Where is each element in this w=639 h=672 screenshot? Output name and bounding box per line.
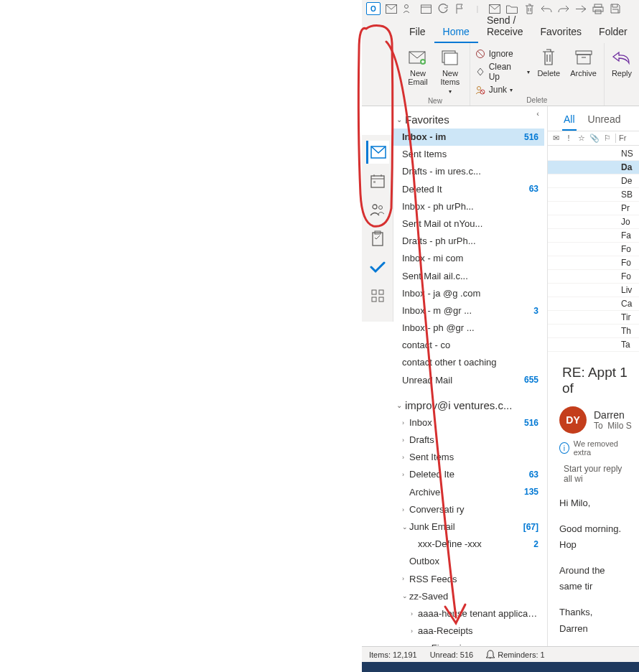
msg-tab-all[interactable]: All	[562, 111, 577, 131]
account-header[interactable]: ⌄improv@i ventures.c...	[393, 395, 544, 414]
mail-icon[interactable]	[385, 2, 398, 15]
group-label-new: New	[428, 97, 442, 105]
folder-item[interactable]: ›RSS Feeds	[393, 571, 544, 588]
folder-item[interactable]: Archive135	[393, 484, 544, 501]
folder-item[interactable]: Inbox - m @gr ...3	[393, 302, 544, 319]
svg-rect-32	[372, 297, 376, 302]
col-flag-icon[interactable]: ⚐	[602, 134, 612, 143]
cleanup-button[interactable]: Clean Up ▾	[475, 61, 531, 83]
taskbar	[362, 662, 639, 672]
tab-send-receive[interactable]: Send / Receive	[478, 9, 532, 43]
msg-tab-unread[interactable]: Unread	[587, 111, 622, 131]
folder-item[interactable]: Sent Mail ot nYou...	[393, 215, 544, 233]
message-row[interactable]: Fo	[548, 256, 639, 270]
archive-button[interactable]: Archive	[567, 46, 600, 79]
flag-icon[interactable]	[454, 2, 467, 15]
new-items-button[interactable]: New Items ▾	[435, 46, 465, 97]
folder-item[interactable]: ›Inbox516	[393, 414, 544, 431]
folder-item[interactable]: ›Sent Items	[393, 449, 544, 466]
refresh-icon[interactable]	[437, 2, 449, 15]
folder-item[interactable]: Inbox - im516	[393, 129, 544, 146]
message-row[interactable]: Fa	[548, 229, 639, 243]
col-attachment-icon[interactable]: 📎	[589, 134, 600, 143]
delete-big-icon	[538, 47, 559, 67]
message-row[interactable]: Pr	[548, 202, 639, 215]
nav-mail[interactable]	[366, 141, 389, 164]
folder-item[interactable]: Inbox - ph @gr ...	[393, 319, 544, 337]
redo-icon[interactable]	[557, 2, 570, 15]
folder-item[interactable]: ⌄Junk Email[67]	[393, 518, 544, 536]
person-reply-icon[interactable]	[402, 2, 415, 15]
folder-item[interactable]: ⌄zz-Saved	[393, 588, 544, 605]
message-row[interactable]: Fo	[548, 243, 639, 256]
junk-button[interactable]: Junk ▾	[475, 83, 531, 96]
message-row[interactable]: NS	[548, 147, 639, 161]
folder-item[interactable]: ›Drafts	[393, 431, 544, 449]
tab-home[interactable]: Home	[434, 20, 478, 43]
undo-icon[interactable]	[540, 2, 553, 15]
nav-people[interactable]	[366, 198, 389, 221]
collapse-folder-pane[interactable]: ‹	[533, 109, 543, 119]
nav-calendar[interactable]	[366, 169, 389, 192]
save-icon[interactable]	[609, 2, 622, 15]
reply-hint[interactable]: Start your reply all wi	[554, 459, 633, 493]
new-email-button[interactable]: New Email	[405, 46, 431, 88]
message-row[interactable]: Da	[548, 161, 639, 174]
message-row[interactable]: SB	[548, 188, 639, 202]
folder-item[interactable]: ›aaa-Receipts	[393, 622, 544, 640]
folder-item[interactable]: Drafts - ph urPh...	[393, 233, 544, 250]
archive-icon	[574, 47, 594, 67]
new-items-icon	[440, 47, 460, 67]
folder-item[interactable]: Inbox - ja @g .com	[393, 285, 544, 302]
tab-folder[interactable]: Folder	[590, 20, 636, 43]
folder-item[interactable]: Sent Mail ail.c...	[393, 268, 544, 285]
folder-item[interactable]: Inbox - ph urPh...	[393, 198, 544, 215]
nav-todo[interactable]	[366, 256, 389, 279]
message-row[interactable]: Liv	[548, 284, 639, 297]
folder-item[interactable]: Inbox - mi com	[393, 250, 544, 267]
svg-line-13	[477, 51, 483, 57]
folder-item[interactable]: ›Conversati ry	[393, 501, 544, 518]
folder-item[interactable]: Unread Mail655	[393, 372, 544, 389]
col-reminder-icon[interactable]: ☆	[577, 134, 587, 143]
outlook-logo: O	[366, 2, 381, 15]
folder-item[interactable]: contact other t oaching	[393, 354, 544, 371]
folder-item[interactable]: contact - co	[393, 337, 544, 354]
ribbon: New Email New Items ▾ New Ignore Clean U…	[362, 43, 639, 106]
delete-button[interactable]: Delete	[534, 46, 563, 79]
message-row[interactable]: Ta	[548, 338, 639, 352]
calendar-icon[interactable]	[419, 2, 432, 15]
junk-icon	[475, 84, 486, 95]
message-row[interactable]: De	[548, 174, 639, 188]
reply-icon	[612, 47, 632, 67]
ignore-button[interactable]: Ignore	[475, 47, 531, 60]
reply-button[interactable]: Reply	[609, 46, 635, 79]
message-row[interactable]: Fo	[548, 270, 639, 284]
tab-file[interactable]: File	[401, 20, 434, 43]
print-icon[interactable]	[592, 2, 605, 15]
status-unread: Unread: 516	[430, 650, 474, 659]
folder-item[interactable]: ›aaaa-house tenant application...	[393, 605, 544, 622]
folder-item[interactable]: Deleted It63	[393, 181, 544, 198]
folder-item[interactable]: Drafts - im ures.c...	[393, 163, 544, 180]
svg-rect-28	[373, 233, 383, 246]
message-row[interactable]: Tir	[548, 311, 639, 325]
tab-favorites[interactable]: Favorites	[532, 20, 591, 43]
folder-item[interactable]: xxx-Define -xxx2	[393, 536, 544, 553]
folder-item[interactable]: Outbox	[393, 553, 544, 570]
folder-item[interactable]: Sent Items	[393, 146, 544, 163]
col-from[interactable]: Fr	[615, 134, 626, 143]
nav-more[interactable]	[366, 284, 389, 307]
group-label-delete: Delete	[526, 96, 547, 104]
message-row[interactable]: Th	[548, 325, 639, 338]
favorites-header[interactable]: ⌄Favorites	[393, 109, 544, 129]
message-row[interactable]: Ca	[548, 297, 639, 311]
forward-icon[interactable]	[574, 2, 587, 15]
msg-columns[interactable]: ✉ ! ☆ 📎 ⚐ Fr	[548, 131, 639, 146]
col-importance-icon[interactable]: !	[564, 134, 574, 143]
col-envelope-icon[interactable]: ✉	[551, 134, 561, 143]
nav-tasks[interactable]	[366, 227, 389, 250]
message-row[interactable]: Jo	[548, 215, 639, 229]
folder-item[interactable]: ›Deleted Ite63	[393, 466, 544, 483]
tab-view[interactable]: Vi	[636, 20, 639, 43]
